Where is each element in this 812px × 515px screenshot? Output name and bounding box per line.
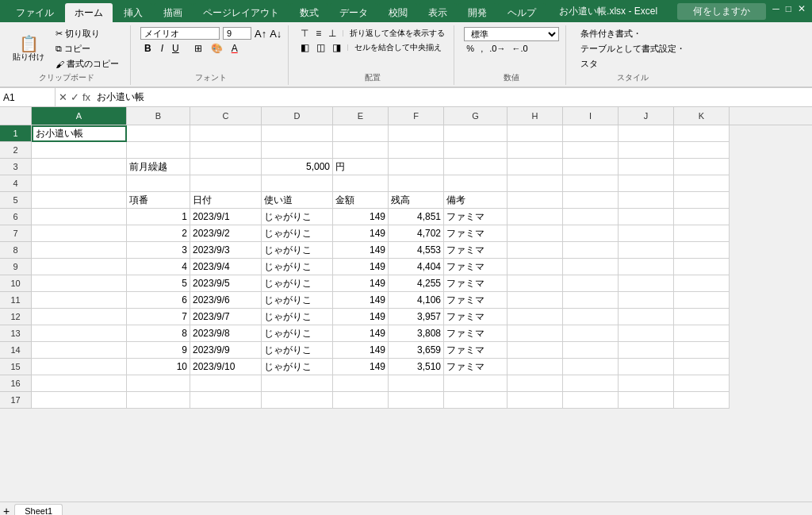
row-header-11[interactable]: 11 bbox=[0, 292, 32, 309]
cell-c12[interactable]: 2023/9/7 bbox=[190, 309, 262, 325]
cell-k7[interactable] bbox=[674, 225, 730, 242]
cell-g14[interactable]: ファミマ bbox=[444, 342, 508, 359]
cell-h4[interactable] bbox=[508, 175, 563, 192]
cell-e16[interactable] bbox=[333, 375, 389, 392]
cell-b14[interactable]: 9 bbox=[127, 342, 190, 359]
tab-formula[interactable]: 数式 bbox=[290, 3, 328, 22]
wrap-text-button[interactable]: 折り返して全体を表示する bbox=[347, 27, 447, 40]
cell-h11[interactable] bbox=[508, 292, 563, 309]
font-name-input[interactable] bbox=[140, 27, 220, 40]
cell-h16[interactable] bbox=[508, 375, 563, 392]
cell-i16[interactable] bbox=[563, 375, 619, 392]
col-header-a[interactable]: A bbox=[32, 107, 127, 125]
cell-f8[interactable]: 4,553 bbox=[389, 242, 444, 259]
cell-c9[interactable]: 2023/9/4 bbox=[190, 259, 262, 275]
cell-c14[interactable]: 2023/9/9 bbox=[190, 342, 262, 359]
cell-j16[interactable] bbox=[619, 375, 674, 392]
align-center-button[interactable]: ◫ bbox=[314, 41, 327, 54]
cell-g9[interactable]: ファミマ bbox=[444, 259, 508, 275]
row-header-14[interactable]: 14 bbox=[0, 342, 32, 359]
row-header-17[interactable]: 17 bbox=[0, 392, 32, 409]
cell-c17[interactable] bbox=[190, 392, 262, 409]
cell-f2[interactable] bbox=[389, 142, 444, 159]
tab-page-layout[interactable]: ページレイアウト bbox=[193, 3, 289, 22]
cell-h5[interactable] bbox=[508, 192, 563, 209]
cell-b12[interactable]: 7 bbox=[127, 309, 190, 325]
cell-b7[interactable]: 2 bbox=[127, 225, 190, 242]
cell-h9[interactable] bbox=[508, 259, 563, 275]
row-header-8[interactable]: 8 bbox=[0, 242, 32, 259]
cell-b11[interactable]: 6 bbox=[127, 292, 190, 309]
copy-button[interactable]: ⧉ コピー bbox=[51, 42, 124, 56]
cell-f4[interactable] bbox=[389, 175, 444, 192]
cell-i14[interactable] bbox=[563, 342, 619, 359]
cell-k9[interactable] bbox=[674, 259, 730, 275]
cell-d2[interactable] bbox=[262, 142, 333, 159]
cell-j10[interactable] bbox=[619, 275, 674, 292]
cell-e10[interactable]: 149 bbox=[333, 275, 389, 292]
cell-d11[interactable]: じゃがりこ bbox=[262, 292, 333, 309]
cell-b8[interactable]: 3 bbox=[127, 242, 190, 259]
cell-c1[interactable] bbox=[190, 125, 262, 142]
cell-c3[interactable] bbox=[190, 159, 262, 175]
cell-f10[interactable]: 4,255 bbox=[389, 275, 444, 292]
tab-insert[interactable]: 挿入 bbox=[114, 3, 152, 22]
cell-j15[interactable] bbox=[619, 359, 674, 375]
cell-b5[interactable]: 項番 bbox=[127, 192, 190, 209]
cell-e12[interactable]: 149 bbox=[333, 309, 389, 325]
row-header-4[interactable]: 4 bbox=[0, 175, 32, 192]
cell-i15[interactable] bbox=[563, 359, 619, 375]
cell-d12[interactable]: じゃがりこ bbox=[262, 309, 333, 325]
cell-c13[interactable]: 2023/9/8 bbox=[190, 325, 262, 342]
cell-g16[interactable] bbox=[444, 375, 508, 392]
cell-a15[interactable] bbox=[32, 359, 127, 375]
cell-e13[interactable]: 149 bbox=[333, 325, 389, 342]
cell-i17[interactable] bbox=[563, 392, 619, 409]
cell-f17[interactable] bbox=[389, 392, 444, 409]
cell-b1[interactable] bbox=[127, 125, 190, 142]
cell-a14[interactable] bbox=[32, 342, 127, 359]
cell-d13[interactable]: じゃがりこ bbox=[262, 325, 333, 342]
cell-d5[interactable]: 使い道 bbox=[262, 192, 333, 209]
cell-c2[interactable] bbox=[190, 142, 262, 159]
align-bottom-button[interactable]: ⊥ bbox=[326, 27, 339, 40]
col-header-g[interactable]: G bbox=[444, 107, 508, 125]
cell-j3[interactable] bbox=[619, 159, 674, 175]
percent-button[interactable]: % bbox=[464, 43, 477, 54]
tab-data[interactable]: データ bbox=[330, 3, 377, 22]
cell-f12[interactable]: 3,957 bbox=[389, 309, 444, 325]
cell-k11[interactable] bbox=[674, 292, 730, 309]
cancel-formula-icon[interactable]: ✕ bbox=[59, 91, 67, 103]
col-header-h[interactable]: H bbox=[508, 107, 563, 125]
tab-draw[interactable]: 描画 bbox=[154, 3, 192, 22]
col-header-e[interactable]: E bbox=[333, 107, 389, 125]
cell-b3[interactable]: 前月繰越 bbox=[127, 159, 190, 175]
cell-e11[interactable]: 149 bbox=[333, 292, 389, 309]
cell-a12[interactable] bbox=[32, 309, 127, 325]
cell-g4[interactable] bbox=[444, 175, 508, 192]
cell-j2[interactable] bbox=[619, 142, 674, 159]
font-shrink-icon[interactable]: A↓ bbox=[270, 28, 282, 40]
tab-home[interactable]: ホーム bbox=[65, 3, 113, 22]
cell-f13[interactable]: 3,808 bbox=[389, 325, 444, 342]
cell-h6[interactable] bbox=[508, 209, 563, 225]
cell-b2[interactable] bbox=[127, 142, 190, 159]
row-header-2[interactable]: 2 bbox=[0, 142, 32, 159]
cell-g5[interactable]: 備考 bbox=[444, 192, 508, 209]
col-header-j[interactable]: J bbox=[619, 107, 674, 125]
cell-e2[interactable] bbox=[333, 142, 389, 159]
cell-j12[interactable] bbox=[619, 309, 674, 325]
cell-j7[interactable] bbox=[619, 225, 674, 242]
cell-i7[interactable] bbox=[563, 225, 619, 242]
cell-f9[interactable]: 4,404 bbox=[389, 259, 444, 275]
paste-button[interactable]: 📋 貼り付け bbox=[10, 34, 48, 64]
cell-b10[interactable]: 5 bbox=[127, 275, 190, 292]
fill-color-button[interactable]: 🎨 bbox=[208, 42, 226, 55]
row-header-10[interactable]: 10 bbox=[0, 275, 32, 292]
cell-b9[interactable]: 4 bbox=[127, 259, 190, 275]
col-header-b[interactable]: B bbox=[127, 107, 190, 125]
cell-f3[interactable] bbox=[389, 159, 444, 175]
cell-a4[interactable] bbox=[32, 175, 127, 192]
formula-input[interactable] bbox=[94, 92, 812, 103]
underline-button[interactable]: U bbox=[169, 42, 182, 55]
